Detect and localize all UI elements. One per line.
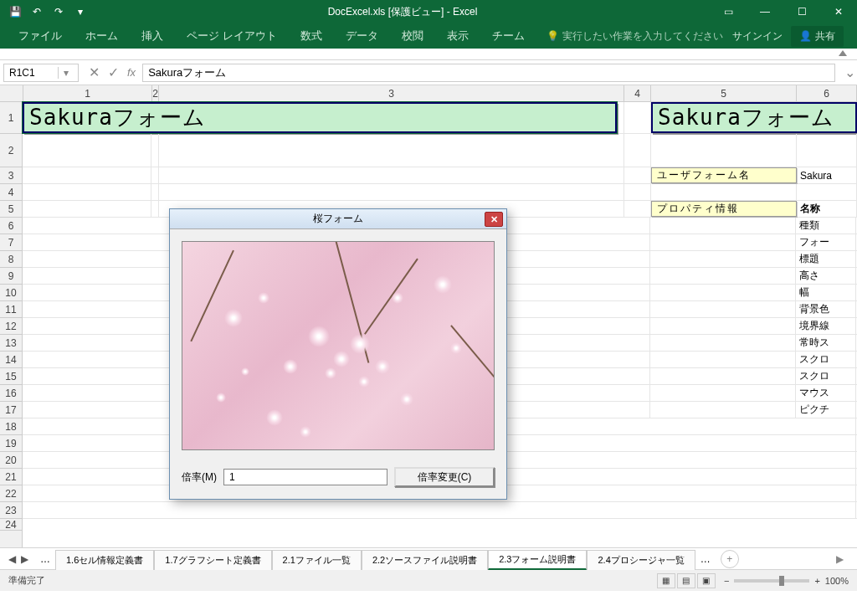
enter-formula-icon[interactable]: ✓ xyxy=(108,64,119,80)
row-header[interactable]: 13 xyxy=(0,335,22,352)
tab-review[interactable]: 校閲 xyxy=(390,23,435,49)
rate-change-button[interactable]: 倍率変更(C) xyxy=(394,467,495,487)
sheet-tab[interactable]: 2.2ソースファイル説明書 xyxy=(362,550,488,570)
cell[interactable]: スクロ xyxy=(796,368,856,384)
zoom-in-button[interactable]: + xyxy=(814,576,819,586)
select-all-corner[interactable] xyxy=(0,85,23,101)
row-header[interactable]: 7 xyxy=(0,234,22,251)
page-break-button[interactable]: ▣ xyxy=(697,573,716,588)
property-info-label[interactable]: プロパティ情報 xyxy=(651,201,797,217)
cell[interactable]: 境界線 xyxy=(796,318,856,334)
row-header[interactable]: 14 xyxy=(0,352,22,368)
row-header[interactable]: 15 xyxy=(0,368,22,385)
rate-input[interactable] xyxy=(223,469,387,485)
zoom-value[interactable]: 100% xyxy=(825,576,849,586)
row-header[interactable]: 11 xyxy=(0,301,22,318)
tab-home[interactable]: ホーム xyxy=(74,23,130,49)
page-layout-button[interactable]: ▤ xyxy=(677,573,695,588)
row-header[interactable]: 12 xyxy=(0,318,22,335)
cell[interactable]: 背景色 xyxy=(796,301,856,317)
name-box[interactable]: R1C1 ▾ xyxy=(3,64,79,82)
zoom-thumb[interactable] xyxy=(779,576,784,586)
save-button[interactable]: 💾 xyxy=(5,2,25,22)
sheet-overflow-left[interactable]: … xyxy=(35,553,55,565)
title-cell-right[interactable]: Sakuraフォーム xyxy=(651,102,857,133)
redo-button[interactable]: ↷ xyxy=(49,2,69,22)
sheet-overflow-right[interactable]: … xyxy=(695,553,716,565)
row-header[interactable]: 18 xyxy=(0,418,22,435)
cell[interactable]: ピクチ xyxy=(796,402,856,418)
tell-me-search[interactable]: 💡 実行したい作業を入力してください xyxy=(547,29,723,44)
row-header[interactable]: 2 xyxy=(0,134,22,167)
sheet-tab[interactable]: 2.1ファイル一覧 xyxy=(272,550,362,570)
dialog-titlebar[interactable]: 桜フォーム ✕ xyxy=(170,209,506,229)
zoom-out-button[interactable]: − xyxy=(724,576,729,586)
tab-insert[interactable]: 挿入 xyxy=(130,23,175,49)
sheet-tab[interactable]: 1.7グラフシート定義書 xyxy=(154,550,271,570)
cell[interactable]: フォー xyxy=(796,234,856,250)
chevron-down-icon[interactable]: ▾ xyxy=(58,67,73,79)
cell[interactable]: 標題 xyxy=(796,251,856,267)
sheet-tab-active[interactable]: 2.3フォーム説明書 xyxy=(488,550,587,570)
row-header[interactable]: 22 xyxy=(0,485,22,502)
add-sheet-button[interactable]: + xyxy=(721,550,739,568)
col-header[interactable]: 5 xyxy=(651,85,797,101)
col-header[interactable]: 2 xyxy=(152,85,159,101)
qat-customize-icon[interactable]: ▾ xyxy=(70,2,90,22)
tab-page-layout[interactable]: ページ レイアウト xyxy=(175,23,289,49)
tab-view[interactable]: 表示 xyxy=(435,23,480,49)
undo-button[interactable]: ↶ xyxy=(27,2,47,22)
formula-bar[interactable]: Sakuraフォーム xyxy=(142,64,835,82)
row-header[interactable]: 19 xyxy=(0,435,22,452)
cell[interactable]: 名称 xyxy=(797,201,857,217)
ribbon-display-icon[interactable]: ▭ xyxy=(710,0,747,23)
tab-data[interactable]: データ xyxy=(334,23,390,49)
row-header[interactable]: 9 xyxy=(0,268,22,285)
cell[interactable]: 種類 xyxy=(796,218,856,234)
signin-link[interactable]: サインイン xyxy=(724,29,791,44)
row-header[interactable]: 17 xyxy=(0,402,22,418)
cancel-formula-icon[interactable]: ✕ xyxy=(89,64,100,80)
zoom-slider[interactable] xyxy=(734,579,809,583)
row-header[interactable]: 20 xyxy=(0,452,22,469)
row-header[interactable]: 24 xyxy=(0,519,22,531)
cells-area[interactable]: Sakuraフォーム Sakuraフォーム ユーザフォーム名 Sakura プロ… xyxy=(23,102,857,547)
maximize-button[interactable]: ☐ xyxy=(783,0,820,23)
cell[interactable]: スクロ xyxy=(796,352,856,367)
nav-prev-icon[interactable]: ◀ xyxy=(8,553,16,565)
ribbon-collapse-toggle[interactable] xyxy=(0,49,857,60)
cell[interactable]: マウス xyxy=(796,385,856,401)
tab-team[interactable]: チーム xyxy=(480,23,536,49)
cell[interactable]: 幅 xyxy=(796,285,856,300)
scroll-right-icon[interactable]: ▶ xyxy=(831,553,849,565)
row-header[interactable]: 4 xyxy=(0,184,22,201)
row-header[interactable]: 6 xyxy=(0,218,22,234)
normal-view-button[interactable]: ▦ xyxy=(657,573,675,588)
tab-formulas[interactable]: 数式 xyxy=(289,23,334,49)
col-header[interactable]: 3 xyxy=(159,85,624,101)
user-form-name-value[interactable]: Sakura xyxy=(797,167,857,183)
row-header[interactable]: 3 xyxy=(0,167,22,184)
row-header[interactable]: 23 xyxy=(0,502,22,519)
row-header[interactable]: 1 xyxy=(0,102,22,134)
col-header[interactable]: 1 xyxy=(23,85,152,101)
row-header[interactable]: 8 xyxy=(0,251,22,268)
minimize-button[interactable]: — xyxy=(747,0,783,23)
sheet-tab[interactable]: 2.4プロシージャ一覧 xyxy=(587,550,695,570)
row-header[interactable]: 10 xyxy=(0,285,22,301)
tab-file[interactable]: ファイル xyxy=(7,23,74,49)
sheet-tab[interactable]: 1.6セル情報定義書 xyxy=(55,550,154,570)
title-cell-left[interactable]: Sakuraフォーム xyxy=(23,102,617,133)
close-button[interactable]: ✕ xyxy=(820,0,857,23)
share-button[interactable]: 👤 共有 xyxy=(791,26,844,47)
nav-next-icon[interactable]: ▶ xyxy=(21,553,28,565)
col-header[interactable]: 4 xyxy=(624,85,651,101)
cell[interactable]: 常時ス xyxy=(796,335,856,351)
row-header[interactable]: 21 xyxy=(0,469,22,485)
row-header[interactable]: 16 xyxy=(0,385,22,402)
col-header[interactable]: 6 xyxy=(797,85,857,101)
dialog-close-button[interactable]: ✕ xyxy=(485,212,503,227)
row-header[interactable]: 5 xyxy=(0,201,22,218)
fx-icon[interactable]: fx xyxy=(127,66,136,79)
cell[interactable]: 高さ xyxy=(796,268,856,284)
